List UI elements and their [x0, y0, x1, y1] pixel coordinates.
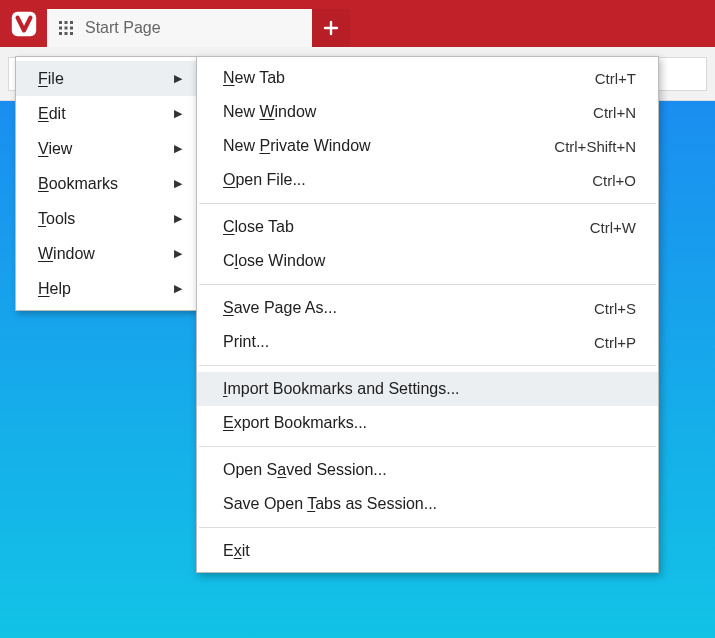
submenu-arrow-icon: ▶: [174, 72, 182, 85]
menu-item-label: Save Page As...: [223, 299, 337, 317]
svg-rect-3: [70, 21, 73, 24]
tab-start-page[interactable]: Start Page: [47, 9, 312, 47]
tab-title: Start Page: [85, 19, 161, 37]
submenu-arrow-icon: ▶: [174, 107, 182, 120]
menu-item-label: View: [38, 140, 72, 158]
titlebar: Start Page: [0, 0, 715, 47]
main-menu-item-file[interactable]: File▶: [16, 61, 196, 96]
submenu-arrow-icon: ▶: [174, 177, 182, 190]
svg-rect-1: [59, 21, 62, 24]
file-menu-item-save-open-tabs-as-session[interactable]: Save Open Tabs as Session...: [197, 487, 658, 521]
menu-item-label: Open Saved Session...: [223, 461, 387, 479]
speed-dial-icon: [59, 21, 73, 35]
file-menu-item-exit[interactable]: Exit: [197, 534, 658, 568]
menu-separator: [199, 365, 656, 366]
main-menu-item-edit[interactable]: Edit▶: [16, 96, 196, 131]
main-menu-item-window[interactable]: Window▶: [16, 236, 196, 271]
menu-item-label: Help: [38, 280, 71, 298]
file-menu-item-export-bookmarks[interactable]: Export Bookmarks...: [197, 406, 658, 440]
file-menu-item-save-page-as[interactable]: Save Page As...Ctrl+S: [197, 291, 658, 325]
menu-separator: [199, 527, 656, 528]
file-menu-item-open-file[interactable]: Open File...Ctrl+O: [197, 163, 658, 197]
menu-item-label: New Private Window: [223, 137, 371, 155]
svg-rect-9: [70, 32, 73, 35]
menu-item-label: Import Bookmarks and Settings...: [223, 380, 460, 398]
svg-rect-5: [65, 27, 68, 30]
menu-item-shortcut: Ctrl+N: [593, 104, 636, 121]
submenu-arrow-icon: ▶: [174, 282, 182, 295]
file-menu-item-close-tab[interactable]: Close TabCtrl+W: [197, 210, 658, 244]
submenu-arrow-icon: ▶: [174, 212, 182, 225]
menu-item-label: Tools: [38, 210, 75, 228]
menu-item-label: File: [38, 70, 64, 88]
file-menu-item-open-saved-session[interactable]: Open Saved Session...: [197, 453, 658, 487]
svg-rect-2: [65, 21, 68, 24]
file-menu-item-new-window[interactable]: New WindowCtrl+N: [197, 95, 658, 129]
main-menu: File▶Edit▶View▶Bookmarks▶Tools▶Window▶He…: [15, 56, 197, 311]
svg-rect-7: [59, 32, 62, 35]
menu-item-shortcut: Ctrl+T: [595, 70, 636, 87]
file-menu-item-close-window[interactable]: Close Window: [197, 244, 658, 278]
svg-rect-4: [59, 27, 62, 30]
vivaldi-icon: [11, 11, 37, 37]
menu-item-label: Bookmarks: [38, 175, 118, 193]
menu-separator: [199, 203, 656, 204]
svg-rect-8: [65, 32, 68, 35]
menu-item-label: Print...: [223, 333, 269, 351]
menu-item-label: Exit: [223, 542, 250, 560]
menu-item-label: Save Open Tabs as Session...: [223, 495, 437, 513]
submenu-arrow-icon: ▶: [174, 247, 182, 260]
menu-item-label: Edit: [38, 105, 66, 123]
menu-item-label: Close Tab: [223, 218, 294, 236]
file-menu-item-new-private-window[interactable]: New Private WindowCtrl+Shift+N: [197, 129, 658, 163]
menu-item-label: Window: [38, 245, 95, 263]
menu-item-shortcut: Ctrl+P: [594, 334, 636, 351]
menu-item-label: New Window: [223, 103, 316, 121]
file-menu-item-new-tab[interactable]: New TabCtrl+T: [197, 61, 658, 95]
main-menu-item-help[interactable]: Help▶: [16, 271, 196, 306]
menu-separator: [199, 446, 656, 447]
menu-item-shortcut: Ctrl+O: [592, 172, 636, 189]
menu-item-label: Close Window: [223, 252, 325, 270]
main-menu-item-view[interactable]: View▶: [16, 131, 196, 166]
file-submenu: New TabCtrl+TNew WindowCtrl+NNew Private…: [196, 56, 659, 573]
menu-item-label: Open File...: [223, 171, 306, 189]
menu-separator: [199, 284, 656, 285]
vivaldi-logo[interactable]: [0, 0, 47, 47]
file-menu-item-print[interactable]: Print...Ctrl+P: [197, 325, 658, 359]
submenu-arrow-icon: ▶: [174, 142, 182, 155]
menu-item-shortcut: Ctrl+S: [594, 300, 636, 317]
main-menu-item-tools[interactable]: Tools▶: [16, 201, 196, 236]
main-menu-item-bookmarks[interactable]: Bookmarks▶: [16, 166, 196, 201]
menu-item-label: New Tab: [223, 69, 285, 87]
menu-item-shortcut: Ctrl+Shift+N: [554, 138, 636, 155]
file-menu-item-import-bookmarks-and-settings[interactable]: Import Bookmarks and Settings...: [197, 372, 658, 406]
menu-item-label: Export Bookmarks...: [223, 414, 367, 432]
menu-item-shortcut: Ctrl+W: [590, 219, 636, 236]
svg-rect-6: [70, 27, 73, 30]
new-tab-button[interactable]: [312, 9, 350, 47]
plus-icon: [323, 20, 339, 36]
